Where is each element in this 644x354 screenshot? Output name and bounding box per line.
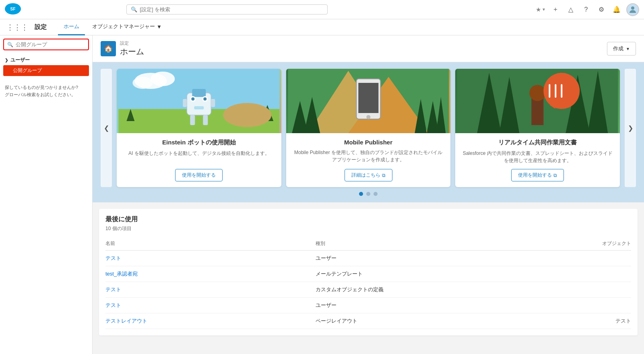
banner-prev-button[interactable]: ❮: [101, 69, 112, 187]
svg-point-11: [223, 103, 271, 127]
svg-rect-22: [203, 115, 208, 125]
svg-rect-18: [194, 106, 204, 109]
svg-rect-13: [192, 89, 206, 97]
table-cell-type: カスタムオブジェクトの定義: [316, 282, 526, 298]
banner-card-mobile: Mobile Publisher Mobile Publisher を使用して、…: [286, 69, 451, 187]
sidebar-search-input[interactable]: [16, 41, 85, 47]
external-link-icon: ⧉: [382, 173, 386, 178]
global-search-input[interactable]: [140, 6, 323, 12]
card-body-mobile: Mobile Publisher Mobile Publisher を使用して、…: [286, 133, 451, 187]
page-header-title: ホーム: [120, 46, 144, 57]
table-cell-type: ユーザー: [316, 298, 526, 313]
svg-point-17: [203, 97, 206, 101]
trailhead-button[interactable]: △: [565, 4, 576, 15]
setup-button[interactable]: ⚙: [596, 4, 607, 15]
page-header-left: 🏠 設定 ホーム: [101, 40, 144, 57]
top-navigation: SF 🔍 ★ ▼ ＋ △ ? ⚙ 🔔: [0, 0, 644, 19]
banner-cards: Einstein ボットの使用開始 AI を駆使したボットを起動して、デジタル接…: [117, 69, 620, 187]
svg-rect-21: [190, 115, 195, 125]
card-btn-mobile[interactable]: 詳細はこちら ⧉: [345, 169, 392, 181]
chevron-right-icon: ❯: [628, 124, 633, 132]
secondary-navigation: ⋮⋮⋮ 設定 ホーム オブジェクトマネージャー ▼: [0, 19, 644, 35]
row-link[interactable]: テスト: [105, 255, 121, 261]
bell-icon: 🔔: [613, 6, 621, 13]
banner-dot-2[interactable]: [366, 192, 370, 196]
table-cell-name: テストレイアウト: [105, 313, 316, 329]
card-image-collab: [455, 69, 620, 133]
banner-dots: [101, 192, 636, 196]
card-title-einstein: Einstein ボットの使用開始: [162, 139, 236, 146]
card-title-mobile: Mobile Publisher: [344, 139, 392, 146]
card-image-einstein: [117, 69, 281, 133]
sidebar-section-users: ❯ ユーザー 公開グループ: [3, 55, 89, 76]
page-header-text: 設定 ホーム: [120, 40, 144, 57]
card-btn-einstein[interactable]: 使用を開始する: [175, 169, 223, 181]
table-cell-name: test_承認者宛: [105, 266, 316, 282]
banner-next-button[interactable]: ❯: [625, 69, 636, 187]
row-link[interactable]: テスト: [105, 302, 121, 308]
banner-dot-1[interactable]: [359, 192, 363, 196]
row-link[interactable]: test_承認者宛: [105, 271, 138, 277]
card-btn-collab[interactable]: 使用を開始する ⧉: [511, 169, 564, 181]
recently-used-section: 最後に使用 10 個の項目 名前 種別 オブジェクト テスト ユーザー test…: [99, 209, 638, 335]
card-body-collab: リアルタイム共同作業用文書 Salesforce 内で共同作業の文書、スプレッド…: [455, 133, 620, 187]
app-launcher-button[interactable]: ⋮⋮⋮: [5, 21, 30, 33]
tab-home[interactable]: ホーム: [58, 19, 85, 35]
sidebar-search-box: 🔍: [3, 39, 89, 50]
sidebar-hint: 探しているものが見つかりませんか? グローバル検索をお試しください。: [3, 79, 89, 103]
external-link-icon: ⧉: [553, 173, 557, 178]
help-button[interactable]: ?: [580, 4, 592, 15]
help-icon: ?: [584, 6, 588, 13]
create-button[interactable]: 作成 ▼: [607, 42, 636, 56]
recently-used-table: 名前 種別 オブジェクト テスト ユーザー test_承認者宛 メールテンプレー…: [105, 237, 631, 329]
main-content: 🏠 設定 ホーム 作成 ▼ ❮: [93, 35, 644, 354]
table-header-name: 名前: [105, 237, 316, 251]
svg-point-2: [631, 6, 634, 10]
svg-rect-32: [358, 83, 378, 113]
table-row: テストレイアウト ページレイアウト テスト: [105, 313, 631, 329]
table-row: テスト ユーザー: [105, 251, 631, 266]
search-icon: 🔍: [131, 6, 137, 12]
table-cell-name: テスト: [105, 298, 316, 313]
recently-used-count: 10 個の項目: [105, 225, 631, 232]
svg-point-16: [191, 97, 194, 101]
table-row: テスト ユーザー: [105, 298, 631, 313]
svg-point-5: [151, 72, 175, 86]
table-row: test_承認者宛 メールテンプレート: [105, 266, 631, 282]
notifications-button[interactable]: 🔔: [611, 4, 622, 15]
favorites-button[interactable]: ★ ▼: [536, 6, 546, 13]
card-desc-collab: Salesforce 内で共同作業の文書、スプレッドシート、およびスライドを使用…: [462, 150, 613, 164]
home-icon: 🏠: [101, 41, 116, 56]
table-cell-object: [526, 251, 631, 266]
table-cell-object: [526, 266, 631, 282]
recently-used-title: 最後に使用: [105, 215, 631, 224]
tab-object-manager[interactable]: オブジェクトマネージャー ▼: [87, 19, 167, 35]
table-cell-type: メールテンプレート: [316, 266, 526, 282]
salesforce-logo[interactable]: SF: [5, 3, 21, 16]
card-image-mobile: [286, 69, 451, 133]
sidebar: 🔍 ❯ ユーザー 公開グループ 探しているものが見つかりませんか? グローバル検…: [0, 35, 93, 354]
gear-icon: ⚙: [599, 6, 604, 13]
top-nav-right: ★ ▼ ＋ △ ? ⚙ 🔔: [536, 3, 639, 16]
chevron-down-icon: ▼: [157, 24, 162, 30]
table-header-object: オブジェクト: [526, 237, 631, 251]
card-title-collab: リアルタイム共同作業用文書: [498, 139, 577, 146]
row-link[interactable]: テスト: [105, 286, 121, 292]
sidebar-item-public-group[interactable]: 公開グループ: [3, 65, 89, 76]
grid-icon: ⋮⋮⋮: [6, 23, 28, 31]
row-link[interactable]: テストレイアウト: [105, 318, 147, 324]
feature-banner: ❮: [93, 62, 644, 202]
chevron-down-icon: ❯: [5, 58, 8, 62]
svg-point-40: [530, 85, 546, 101]
user-avatar[interactable]: [626, 3, 639, 16]
banner-dot-3[interactable]: [374, 192, 378, 196]
table-cell-name: テスト: [105, 282, 316, 298]
page-header: 🏠 設定 ホーム 作成 ▼: [93, 35, 644, 62]
add-button[interactable]: ＋: [550, 4, 561, 15]
app-name: 設定: [31, 23, 50, 31]
star-icon: ★: [536, 6, 541, 13]
plus-icon: ＋: [552, 5, 559, 14]
svg-rect-19: [183, 99, 187, 107]
sidebar-section-title-users[interactable]: ❯ ユーザー: [3, 55, 89, 65]
card-desc-einstein: AI を駆使したボットを起動して、デジタル接続を自動化します。: [128, 150, 270, 164]
